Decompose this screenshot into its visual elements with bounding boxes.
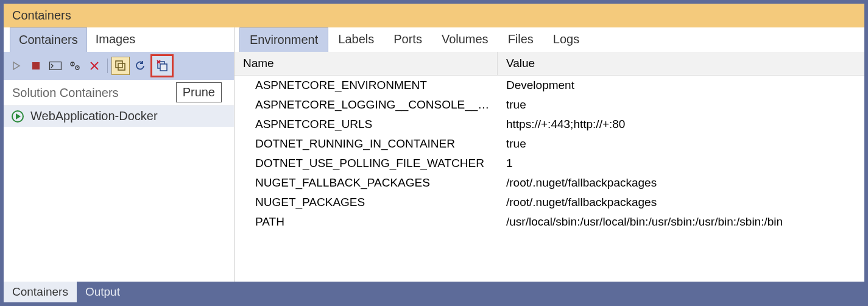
- env-value: https://+:443;http://+:80: [498, 115, 864, 134]
- env-value: /root/.nuget/fallbackpackages: [498, 193, 864, 212]
- tab-images[interactable]: Images: [87, 27, 144, 52]
- env-value: true: [498, 134, 864, 154]
- svg-rect-1: [50, 62, 62, 70]
- svg-point-3: [72, 63, 73, 65]
- table-row[interactable]: DOTNET_USE_POLLING_FILE_WATCHER1: [235, 154, 864, 173]
- env-name: ASPNETCORE_URLS: [235, 115, 498, 134]
- bottom-tab-output[interactable]: Output: [77, 282, 129, 302]
- env-name: NUGET_PACKAGES: [235, 193, 498, 212]
- compose-button[interactable]: [111, 57, 130, 75]
- tab-labels[interactable]: Labels: [328, 27, 384, 52]
- window-title: Containers: [4, 4, 864, 27]
- tab-containers[interactable]: Containers: [10, 27, 87, 52]
- env-name: NUGET_FALLBACK_PACKAGES: [235, 173, 498, 193]
- prune-icon: [155, 59, 169, 73]
- table-row[interactable]: ASPNETCORE_URLShttps://+:443;http://+:80: [235, 115, 864, 134]
- prune-button[interactable]: [150, 54, 174, 77]
- x-icon: [89, 60, 100, 71]
- running-icon: [11, 110, 24, 123]
- container-item[interactable]: WebApplication-Docker: [4, 105, 234, 127]
- toolbar-separator: [107, 59, 108, 73]
- tab-ports[interactable]: Ports: [384, 27, 432, 52]
- container-toolbar: [4, 52, 234, 80]
- env-value: true: [498, 95, 864, 115]
- play-icon: [12, 61, 21, 71]
- refresh-icon: [134, 60, 146, 72]
- stack-icon: [115, 60, 127, 72]
- column-header-name[interactable]: Name: [235, 52, 498, 75]
- svg-rect-7: [118, 63, 125, 70]
- right-tab-strip: Environment Labels Ports Volumes Files L…: [235, 27, 864, 52]
- delete-button[interactable]: [85, 57, 104, 75]
- table-row[interactable]: DOTNET_RUNNING_IN_CONTAINERtrue: [235, 134, 864, 154]
- terminal-icon: [49, 62, 62, 70]
- stop-icon: [32, 62, 40, 70]
- env-value: /root/.nuget/fallbackpackages: [498, 173, 864, 193]
- table-row[interactable]: NUGET_PACKAGES/root/.nuget/fallbackpacka…: [235, 193, 864, 212]
- stop-button[interactable]: [27, 57, 45, 75]
- bottom-tab-containers[interactable]: Containers: [4, 282, 77, 302]
- container-list: WebApplication-Docker: [4, 105, 234, 282]
- settings-button[interactable]: [66, 57, 84, 75]
- table-row[interactable]: ASPNETCORE_ENVIRONMENTDevelopment: [235, 76, 864, 95]
- table-row[interactable]: NUGET_FALLBACK_PACKAGES/root/.nuget/fall…: [235, 173, 864, 193]
- env-value: /usr/local/sbin:/usr/local/bin:/usr/sbin…: [498, 212, 864, 232]
- env-value: Development: [498, 76, 864, 95]
- env-name: DOTNET_USE_POLLING_FILE_WATCHER: [235, 154, 498, 173]
- env-name: DOTNET_RUNNING_IN_CONTAINER: [235, 134, 498, 154]
- left-tab-strip: Containers Images: [4, 27, 234, 52]
- refresh-button[interactable]: [131, 57, 149, 75]
- env-value: 1: [498, 154, 864, 173]
- table-row[interactable]: ASPNETCORE_LOGGING__CONSOLE__DISA…true: [235, 95, 864, 115]
- container-item-label: WebApplication-Docker: [30, 109, 158, 123]
- tab-environment[interactable]: Environment: [239, 27, 328, 52]
- bottom-tab-strip: Containers Output: [4, 282, 864, 302]
- left-pane: Containers Images: [4, 27, 235, 282]
- table-row[interactable]: PATH/usr/local/sbin:/usr/local/bin:/usr/…: [235, 212, 864, 232]
- svg-rect-9: [160, 64, 167, 71]
- env-name: ASPNETCORE_LOGGING__CONSOLE__DISA…: [235, 95, 498, 115]
- gears-icon: [69, 60, 81, 71]
- prune-tooltip: Prune: [176, 82, 222, 102]
- right-pane: Environment Labels Ports Volumes Files L…: [235, 27, 864, 282]
- env-name: ASPNETCORE_ENVIRONMENT: [235, 76, 498, 95]
- svg-rect-0: [32, 62, 40, 69]
- terminal-button[interactable]: [46, 57, 65, 75]
- svg-rect-6: [116, 61, 122, 68]
- env-name: PATH: [235, 212, 498, 232]
- svg-point-5: [77, 67, 78, 68]
- start-button[interactable]: [7, 57, 26, 75]
- tab-volumes[interactable]: Volumes: [432, 27, 498, 52]
- table-header: Name Value: [235, 52, 864, 76]
- column-header-value[interactable]: Value: [498, 52, 864, 75]
- env-table-body: ASPNETCORE_ENVIRONMENTDevelopment ASPNET…: [235, 76, 864, 282]
- tab-logs[interactable]: Logs: [543, 27, 589, 52]
- tab-files[interactable]: Files: [498, 27, 543, 52]
